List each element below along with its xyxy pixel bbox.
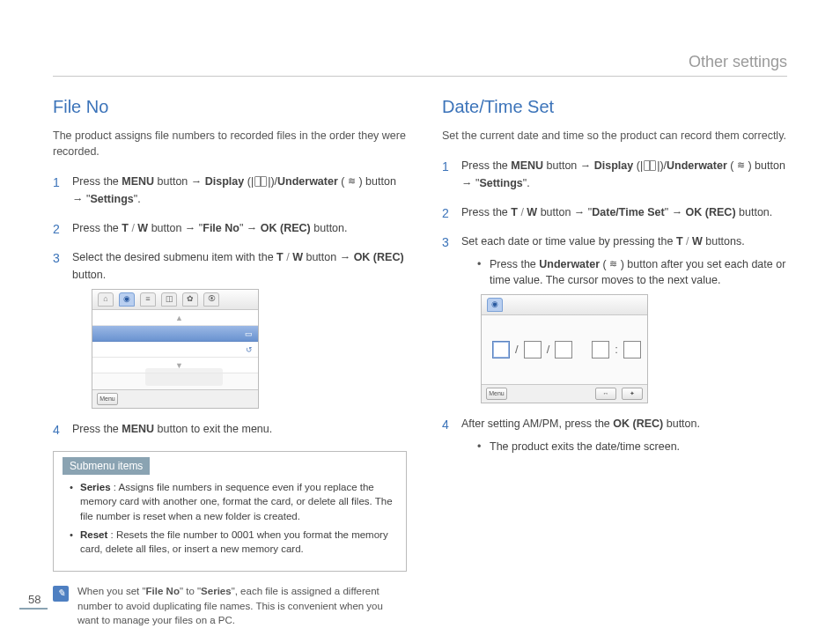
underwater-icon: ≋ <box>345 176 357 187</box>
column-file-no: File No The product assigns file numbers… <box>53 53 407 628</box>
check-icon: ▭ <box>245 329 253 341</box>
date-field <box>524 341 542 358</box>
ok-icon: ✦ <box>622 388 643 400</box>
step-4: After setting AM/PM, press the OK (REC) … <box>442 416 796 455</box>
intro-file-no: The product assigns file numbers to reco… <box>53 128 407 159</box>
step-3: Select the desired submenu item with the… <box>53 249 407 409</box>
tab-icon: ◉ <box>119 292 135 307</box>
header-rule <box>53 76 787 77</box>
underwater-icon: ≋ <box>734 160 747 171</box>
date-field <box>492 341 510 358</box>
title-date-time: Date/Time Set <box>442 97 796 117</box>
underwater-icon: ≋ <box>608 258 620 269</box>
step-3-bullet: Press the Underwater (≋) button after yo… <box>477 256 796 290</box>
step-4: Press the MENU button to exit the menu. <box>53 421 407 438</box>
step-2: Press the T / W button → "Date/Time Set"… <box>442 204 796 221</box>
step-2: Press the T / W button → "File No" → OK … <box>53 220 407 237</box>
page-rule <box>19 608 48 610</box>
display-icon <box>644 160 656 171</box>
step-4-bullet: The product exits the date/time screen. <box>477 439 796 455</box>
title-file-no: File No <box>53 97 407 117</box>
intro-date-time: Set the current date and time so the pro… <box>442 128 796 144</box>
note-icon: ✎ <box>53 586 69 602</box>
step-1: Press the MENU button → Display (||)/Und… <box>53 174 407 208</box>
date-field <box>555 341 572 358</box>
tab-icon: ◫ <box>161 292 177 307</box>
time-field <box>592 341 609 358</box>
menu-button-icon: Menu <box>97 393 118 405</box>
menu-button-icon: Menu <box>486 388 507 400</box>
submenu-item-reset: Reset : Resets the file number to 0001 w… <box>70 528 395 557</box>
tab-icon: ◉ <box>487 298 503 312</box>
submenu-title: Submenu items <box>63 457 150 475</box>
step-3: Set each date or time value by pressing … <box>442 233 796 403</box>
lcd-screenshot-file-no: ⌂ ◉ ≡ ◫ ✿ ⦿ ▲ ▭ ↺ ▼ Menu <box>92 289 259 409</box>
submenu-items-box: Submenu items Series : Assigns file numb… <box>53 451 407 572</box>
move-icon: ↔ <box>595 388 616 400</box>
column-date-time: Date/Time Set Set the current date and t… <box>442 53 796 628</box>
lcd-screenshot-date-time: ◉ / / : Menu <box>481 294 648 403</box>
page-header: Other settings <box>689 53 787 71</box>
page-number: 58 <box>28 593 41 606</box>
display-icon <box>254 176 267 187</box>
step-1: Press the MENU button → Display (||)/Und… <box>442 158 796 192</box>
tab-icon: ≡ <box>140 292 156 307</box>
tab-icon: ⌂ <box>98 292 114 307</box>
submenu-item-series: Series : Assigns file numbers in sequenc… <box>70 480 395 524</box>
tab-icon: ✿ <box>182 292 198 307</box>
tab-icon: ⦿ <box>203 292 219 307</box>
tip-note: ✎ When you set "File No" to "Series", ea… <box>53 584 407 628</box>
time-field <box>623 341 641 358</box>
reset-icon: ↺ <box>246 344 253 357</box>
